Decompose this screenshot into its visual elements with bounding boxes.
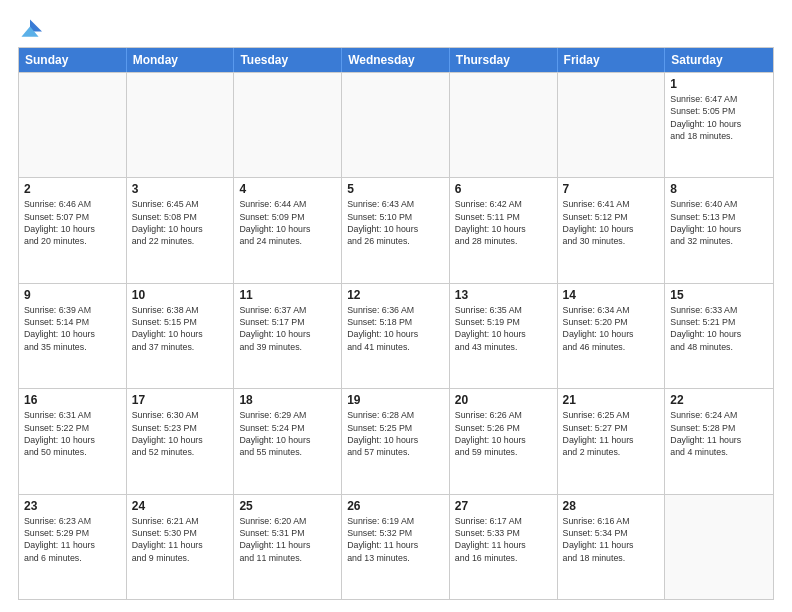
calendar-cell: 1Sunrise: 6:47 AM Sunset: 5:05 PM Daylig… (665, 73, 773, 177)
cell-date: 9 (24, 288, 121, 302)
cell-info: Sunrise: 6:46 AM Sunset: 5:07 PM Dayligh… (24, 198, 121, 247)
calendar-cell: 28Sunrise: 6:16 AM Sunset: 5:34 PM Dayli… (558, 495, 666, 599)
cell-date: 2 (24, 182, 121, 196)
weekday-header-friday: Friday (558, 48, 666, 72)
cell-info: Sunrise: 6:37 AM Sunset: 5:17 PM Dayligh… (239, 304, 336, 353)
cell-date: 19 (347, 393, 444, 407)
cell-date: 5 (347, 182, 444, 196)
cell-info: Sunrise: 6:41 AM Sunset: 5:12 PM Dayligh… (563, 198, 660, 247)
calendar-cell: 9Sunrise: 6:39 AM Sunset: 5:14 PM Daylig… (19, 284, 127, 388)
calendar-cell (342, 73, 450, 177)
cell-info: Sunrise: 6:39 AM Sunset: 5:14 PM Dayligh… (24, 304, 121, 353)
calendar-cell: 12Sunrise: 6:36 AM Sunset: 5:18 PM Dayli… (342, 284, 450, 388)
cell-info: Sunrise: 6:40 AM Sunset: 5:13 PM Dayligh… (670, 198, 768, 247)
cell-info: Sunrise: 6:21 AM Sunset: 5:30 PM Dayligh… (132, 515, 229, 564)
cell-info: Sunrise: 6:28 AM Sunset: 5:25 PM Dayligh… (347, 409, 444, 458)
cell-date: 13 (455, 288, 552, 302)
cell-date: 27 (455, 499, 552, 513)
header (18, 18, 774, 39)
calendar-cell: 13Sunrise: 6:35 AM Sunset: 5:19 PM Dayli… (450, 284, 558, 388)
calendar-cell: 22Sunrise: 6:24 AM Sunset: 5:28 PM Dayli… (665, 389, 773, 493)
weekday-header-monday: Monday (127, 48, 235, 72)
calendar-cell: 26Sunrise: 6:19 AM Sunset: 5:32 PM Dayli… (342, 495, 450, 599)
calendar-cell (558, 73, 666, 177)
calendar-cell (19, 73, 127, 177)
calendar-cell: 19Sunrise: 6:28 AM Sunset: 5:25 PM Dayli… (342, 389, 450, 493)
calendar-cell: 27Sunrise: 6:17 AM Sunset: 5:33 PM Dayli… (450, 495, 558, 599)
calendar-cell: 11Sunrise: 6:37 AM Sunset: 5:17 PM Dayli… (234, 284, 342, 388)
cell-date: 22 (670, 393, 768, 407)
cell-date: 6 (455, 182, 552, 196)
calendar-cell: 6Sunrise: 6:42 AM Sunset: 5:11 PM Daylig… (450, 178, 558, 282)
calendar-cell (234, 73, 342, 177)
cell-info: Sunrise: 6:36 AM Sunset: 5:18 PM Dayligh… (347, 304, 444, 353)
cell-date: 15 (670, 288, 768, 302)
cell-date: 7 (563, 182, 660, 196)
weekday-header-wednesday: Wednesday (342, 48, 450, 72)
calendar: SundayMondayTuesdayWednesdayThursdayFrid… (18, 47, 774, 600)
weekday-header-sunday: Sunday (19, 48, 127, 72)
calendar-cell: 25Sunrise: 6:20 AM Sunset: 5:31 PM Dayli… (234, 495, 342, 599)
calendar-cell: 20Sunrise: 6:26 AM Sunset: 5:26 PM Dayli… (450, 389, 558, 493)
cell-info: Sunrise: 6:30 AM Sunset: 5:23 PM Dayligh… (132, 409, 229, 458)
calendar-row-1: 2Sunrise: 6:46 AM Sunset: 5:07 PM Daylig… (19, 177, 773, 282)
calendar-cell: 2Sunrise: 6:46 AM Sunset: 5:07 PM Daylig… (19, 178, 127, 282)
cell-info: Sunrise: 6:23 AM Sunset: 5:29 PM Dayligh… (24, 515, 121, 564)
calendar-row-0: 1Sunrise: 6:47 AM Sunset: 5:05 PM Daylig… (19, 72, 773, 177)
calendar-cell: 17Sunrise: 6:30 AM Sunset: 5:23 PM Dayli… (127, 389, 235, 493)
calendar-cell: 23Sunrise: 6:23 AM Sunset: 5:29 PM Dayli… (19, 495, 127, 599)
logo (18, 18, 46, 39)
cell-info: Sunrise: 6:43 AM Sunset: 5:10 PM Dayligh… (347, 198, 444, 247)
cell-info: Sunrise: 6:33 AM Sunset: 5:21 PM Dayligh… (670, 304, 768, 353)
calendar-row-2: 9Sunrise: 6:39 AM Sunset: 5:14 PM Daylig… (19, 283, 773, 388)
cell-info: Sunrise: 6:35 AM Sunset: 5:19 PM Dayligh… (455, 304, 552, 353)
calendar-cell: 8Sunrise: 6:40 AM Sunset: 5:13 PM Daylig… (665, 178, 773, 282)
calendar-cell (665, 495, 773, 599)
calendar-cell: 4Sunrise: 6:44 AM Sunset: 5:09 PM Daylig… (234, 178, 342, 282)
cell-date: 14 (563, 288, 660, 302)
cell-info: Sunrise: 6:25 AM Sunset: 5:27 PM Dayligh… (563, 409, 660, 458)
cell-info: Sunrise: 6:17 AM Sunset: 5:33 PM Dayligh… (455, 515, 552, 564)
cell-date: 1 (670, 77, 768, 91)
cell-date: 4 (239, 182, 336, 196)
cell-info: Sunrise: 6:45 AM Sunset: 5:08 PM Dayligh… (132, 198, 229, 247)
cell-info: Sunrise: 6:16 AM Sunset: 5:34 PM Dayligh… (563, 515, 660, 564)
cell-date: 16 (24, 393, 121, 407)
calendar-cell: 15Sunrise: 6:33 AM Sunset: 5:21 PM Dayli… (665, 284, 773, 388)
calendar-cell: 18Sunrise: 6:29 AM Sunset: 5:24 PM Dayli… (234, 389, 342, 493)
calendar-cell (127, 73, 235, 177)
cell-date: 25 (239, 499, 336, 513)
cell-date: 23 (24, 499, 121, 513)
cell-date: 18 (239, 393, 336, 407)
weekday-header-tuesday: Tuesday (234, 48, 342, 72)
cell-info: Sunrise: 6:47 AM Sunset: 5:05 PM Dayligh… (670, 93, 768, 142)
cell-date: 12 (347, 288, 444, 302)
weekday-header-saturday: Saturday (665, 48, 773, 72)
cell-info: Sunrise: 6:42 AM Sunset: 5:11 PM Dayligh… (455, 198, 552, 247)
cell-date: 10 (132, 288, 229, 302)
cell-info: Sunrise: 6:20 AM Sunset: 5:31 PM Dayligh… (239, 515, 336, 564)
cell-info: Sunrise: 6:26 AM Sunset: 5:26 PM Dayligh… (455, 409, 552, 458)
cell-date: 11 (239, 288, 336, 302)
cell-date: 8 (670, 182, 768, 196)
cell-info: Sunrise: 6:44 AM Sunset: 5:09 PM Dayligh… (239, 198, 336, 247)
cell-date: 17 (132, 393, 229, 407)
cell-info: Sunrise: 6:19 AM Sunset: 5:32 PM Dayligh… (347, 515, 444, 564)
calendar-row-4: 23Sunrise: 6:23 AM Sunset: 5:29 PM Dayli… (19, 494, 773, 599)
calendar-cell: 10Sunrise: 6:38 AM Sunset: 5:15 PM Dayli… (127, 284, 235, 388)
calendar-cell: 5Sunrise: 6:43 AM Sunset: 5:10 PM Daylig… (342, 178, 450, 282)
cell-date: 26 (347, 499, 444, 513)
calendar-row-3: 16Sunrise: 6:31 AM Sunset: 5:22 PM Dayli… (19, 388, 773, 493)
calendar-cell: 3Sunrise: 6:45 AM Sunset: 5:08 PM Daylig… (127, 178, 235, 282)
cell-date: 24 (132, 499, 229, 513)
calendar-cell: 21Sunrise: 6:25 AM Sunset: 5:27 PM Dayli… (558, 389, 666, 493)
calendar-cell (450, 73, 558, 177)
calendar-header: SundayMondayTuesdayWednesdayThursdayFrid… (19, 48, 773, 72)
logo-icon (18, 19, 42, 39)
cell-date: 20 (455, 393, 552, 407)
calendar-cell: 24Sunrise: 6:21 AM Sunset: 5:30 PM Dayli… (127, 495, 235, 599)
calendar-cell: 16Sunrise: 6:31 AM Sunset: 5:22 PM Dayli… (19, 389, 127, 493)
weekday-header-thursday: Thursday (450, 48, 558, 72)
cell-date: 21 (563, 393, 660, 407)
calendar-cell: 14Sunrise: 6:34 AM Sunset: 5:20 PM Dayli… (558, 284, 666, 388)
